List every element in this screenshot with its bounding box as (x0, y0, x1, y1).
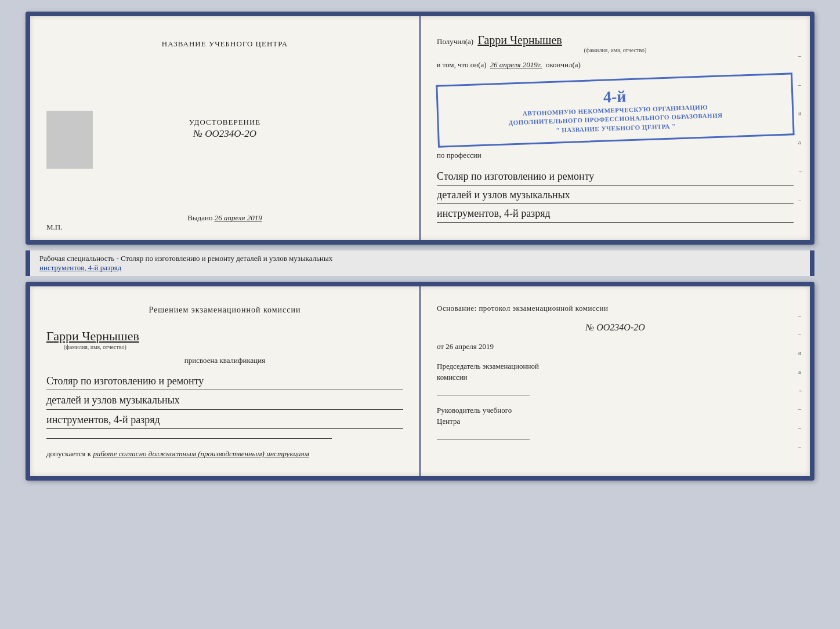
specialty-bar: Рабочая специальность - Столяр по изгото… (26, 250, 814, 276)
received-prefix: Получил(а) (437, 37, 473, 46)
assigned-label: присвоена квалификация (46, 356, 403, 365)
director-label: Руководитель учебного Центра (437, 405, 794, 439)
learning-center-title: НАЗВАНИЕ УЧЕБНОГО ЦЕНТРА (162, 39, 288, 49)
director-line2: Центра (437, 416, 794, 427)
mp-label: М.П. (46, 223, 62, 232)
top-left-panel: НАЗВАНИЕ УЧЕБНОГО ЦЕНТРА УДОСТОВЕРЕНИЕ №… (30, 16, 421, 240)
po-professii: по профессии (437, 151, 794, 160)
certificate-block: УДОСТОВЕРЕНИЕ № OO234O-2O (189, 118, 261, 140)
name-subtext-bottom: (фамилия, имя, отчество) (64, 344, 403, 350)
admitted-text: работе согласно должностным (производств… (93, 449, 309, 458)
profession-bottom-line2: деталей и узлов музыкальных (46, 391, 403, 410)
bottom-left-panel: Решением экзаменационной комиссии Гарри … (30, 286, 421, 477)
okoncil: окончил(а) (546, 60, 581, 70)
osnov-title: Основание: протокол экзаменационной коми… (437, 304, 794, 313)
vtom-date: 26 апреля 2019г. (490, 60, 542, 70)
chairman-line1: Председатель экзаменационной (437, 361, 794, 372)
chairman-signature-line (437, 395, 530, 395)
profession-top: Столяр по изготовлению и ремонту деталей… (437, 167, 794, 222)
issued-block: Выдано 26 апреля 2019 (187, 213, 262, 223)
director-line1: Руководитель учебного (437, 405, 794, 416)
profession-line2: деталей и узлов музыкальных (437, 187, 794, 204)
issued-label: Выдано (187, 213, 212, 222)
profession-line3: инструментов, 4-й разряд (437, 205, 794, 223)
profession-bottom: Столяр по изготовлению и ремонту деталей… (46, 371, 403, 430)
protocol-date: от 26 апреля 2019 (437, 342, 794, 351)
bottom-document: Решением экзаменационной комиссии Гарри … (26, 282, 814, 481)
recipient-block-bottom: Гарри Чернышев (фамилия, имя, отчество) (46, 326, 403, 350)
recipient-name-bottom: Гарри Чернышев (46, 329, 403, 344)
received-line: Получил(а) Гарри Чернышев (фамилия, имя,… (437, 34, 794, 53)
profession-line1: Столяр по изготовлению и ремонту (437, 168, 794, 186)
protocol-number: № OO234O-2O (437, 322, 794, 333)
admitted-line: допускается к работе согласно должностны… (46, 449, 403, 459)
issued-date: 26 апреля 2019 (215, 213, 262, 222)
bottom-right-panel: Основание: протокол экзаменационной коми… (421, 286, 810, 477)
cert-number: № OO234O-2O (193, 128, 256, 140)
photo-placeholder (46, 111, 93, 169)
side-decorations: – – и а ← – (798, 34, 806, 223)
protocol-date-value: 26 апреля 2019 (446, 342, 494, 351)
top-document: НАЗВАНИЕ УЧЕБНОГО ЦЕНТРА УДОСТОВЕРЕНИЕ №… (26, 12, 814, 245)
commission-title: Решением экзаменационной комиссии (46, 304, 403, 316)
name-subtext-top: (фамилия, имя, отчество) (437, 47, 794, 53)
specialty-prefix: Рабочая специальность - Столяр по изгото… (39, 254, 332, 263)
chairman-label: Председатель экзаменационной комиссии (437, 361, 794, 395)
profession-bottom-line1: Столяр по изготовлению и ремонту (46, 372, 403, 391)
specialty-underline: инструментов, 4-й разряд (39, 263, 121, 272)
vtom-line: в том, что он(а) 26 апреля 2019г. окончи… (437, 60, 794, 70)
admitted-prefix: допускается к (46, 449, 91, 458)
bottom-side-decorations: – – и а ← – – – (798, 304, 806, 459)
cert-label: УДОСТОВЕРЕНИЕ (189, 118, 261, 127)
director-signature-line (437, 439, 530, 439)
stamp-block: 4-й АВТОНОМНУЮ НЕКОММЕРЧЕСКУЮ ОРГАНИЗАЦИ… (436, 72, 794, 148)
vtom-prefix: в том, что он(а) (437, 60, 487, 70)
profession-bottom-line3: инструментов, 4-й разряд (46, 411, 403, 430)
chairman-line2: комиссии (437, 372, 794, 383)
top-right-panel: Получил(а) Гарри Чернышев (фамилия, имя,… (421, 16, 810, 240)
recipient-name-top: Гарри Чернышев (477, 34, 562, 46)
protocol-date-prefix: от (437, 342, 444, 351)
